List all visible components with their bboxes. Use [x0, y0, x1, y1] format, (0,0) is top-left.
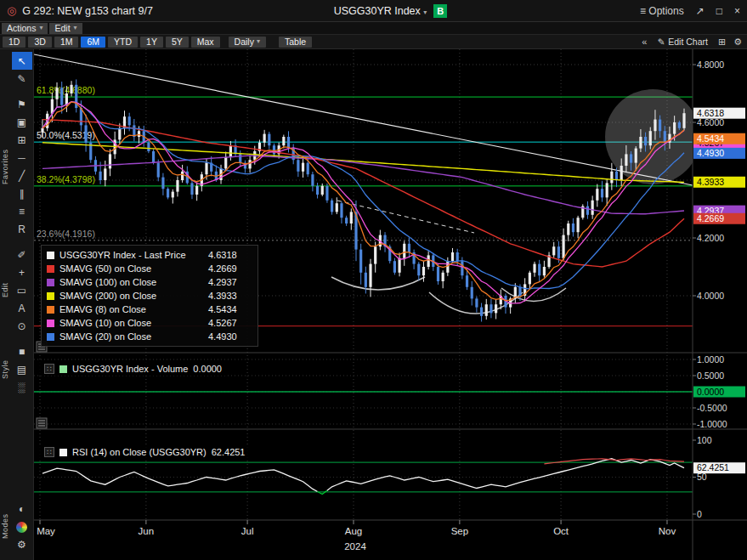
highlight-circle-annotation[interactable] — [605, 89, 700, 184]
panel-resize-handle[interactable] — [37, 418, 47, 428]
period-1y-button[interactable]: 1Y — [140, 37, 163, 48]
trend-line-annotation — [34, 54, 693, 185]
axis-label: -0.5000 — [697, 403, 727, 413]
text-tool-icon[interactable]: A — [12, 299, 32, 317]
tool-section-label: Style — [0, 342, 10, 396]
legend-row[interactable]: SMAVG (20) on Close4.4930 — [47, 330, 252, 343]
maximize-icon[interactable]: □ — [716, 5, 722, 17]
flag-tool-icon[interactable]: ⚑ — [12, 95, 32, 113]
fib-retracement-tool-icon[interactable]: ≡ — [12, 202, 32, 220]
legend-row[interactable]: EMAVG (8) on Close4.5434 — [47, 303, 252, 316]
legend-label: SMAVG (50) on Close — [59, 263, 203, 274]
hamburger-icon: ≡ — [640, 5, 646, 17]
toolbar-gear-icon[interactable]: ⚙ — [731, 37, 744, 48]
legend-value: 4.6318 — [208, 250, 252, 260]
legend-swatch — [47, 292, 54, 300]
emavg8-badge-label: 4.5434 — [697, 133, 724, 144]
app-icon[interactable]: ◎ — [7, 4, 16, 17]
panel-handle-icon[interactable]: ∷ — [44, 447, 54, 457]
period-max-button[interactable]: Max — [191, 37, 220, 48]
month-label: Aug — [345, 526, 362, 536]
period-3d-button[interactable]: 3D — [28, 37, 51, 48]
table-button[interactable]: Table — [279, 37, 312, 48]
candle-style-icon[interactable]: ■ — [12, 342, 32, 360]
chart-grid-icon[interactable]: ⊞ — [716, 37, 728, 48]
panel-badge: B — [433, 4, 447, 18]
popout-icon[interactable]: ↗ — [696, 5, 705, 17]
rsi-line — [42, 468, 318, 491]
collapse-chevrons-icon[interactable]: « — [639, 37, 649, 47]
edit-chart-button[interactable]: ✎Edit Chart — [652, 36, 713, 48]
menu-bar: Actions▾ Edit▾ — [0, 22, 747, 35]
legend-value: 4.4930 — [208, 331, 252, 342]
pencil-tool-icon[interactable]: ✎ — [12, 70, 32, 88]
trend-line-tool-icon[interactable]: ╱ — [12, 167, 32, 184]
tool-section-label: Modes — [0, 500, 10, 553]
edit-menu-button[interactable]: Edit▾ — [49, 23, 82, 34]
axis-label: 4.8000 — [697, 59, 724, 70]
period-5y-button[interactable]: 5Y — [166, 37, 189, 48]
rsi-study — [34, 459, 693, 495]
axis-label: 100 — [697, 435, 712, 445]
legend-label: USGG30YR Index - Volume — [72, 364, 188, 374]
grid-tool-icon[interactable]: ⊞ — [12, 131, 32, 149]
settings-gear-icon[interactable]: ⚙ — [12, 535, 32, 553]
tool-section-label — [0, 52, 10, 88]
security-selector[interactable]: USGG30YR Index ▾ — [334, 5, 427, 17]
legend-swatch — [47, 265, 54, 273]
price-label-tool-icon[interactable]: ▣ — [12, 113, 32, 131]
horizontal-line-tool-icon[interactable]: ─ — [12, 149, 32, 167]
month-label: May — [37, 526, 55, 536]
axis-label: 0 — [697, 509, 702, 519]
cursor-tool-icon[interactable]: ↖ — [12, 52, 32, 70]
panel-handle-icon[interactable]: ∷ — [44, 364, 54, 374]
options-button[interactable]: ≡ Options — [640, 5, 684, 17]
volume-legend[interactable]: ∷ USGG30YR Index - Volume 0.0000 — [39, 362, 227, 376]
move-tool-icon[interactable]: + — [12, 263, 32, 281]
price-axis: 4.80004.60004.20004.00004.52674.63184.54… — [693, 49, 747, 560]
fib-label: 23.6%(4.1916) — [37, 229, 95, 239]
pattern-style-icon[interactable]: ░ — [12, 378, 32, 396]
tool-section-label: Edit — [0, 246, 10, 335]
legend-row[interactable]: SMAVG (100) on Close4.2937 — [47, 275, 252, 289]
pin-tool-icon[interactable]: ⊙ — [12, 317, 32, 335]
period-6m-button[interactable]: 6M — [81, 37, 105, 48]
close-icon[interactable]: × — [734, 5, 740, 17]
regression-tool-icon[interactable]: R — [12, 220, 32, 238]
time-axis: MayJunJulAugSepOctNov2024 — [37, 520, 676, 552]
period-ytd-button[interactable]: YTD — [108, 37, 138, 48]
legend-value: 4.5267 — [208, 318, 252, 328]
annotate-tool-icon[interactable]: ✐ — [12, 246, 32, 263]
legend-swatch — [47, 333, 54, 341]
edit-label: Edit — [54, 23, 70, 33]
bar-style-icon[interactable]: ▤ — [12, 360, 32, 378]
smavg200-line — [42, 143, 684, 183]
legend-swatch — [47, 306, 54, 314]
tool-section: ↖✎ — [0, 52, 33, 88]
legend-row[interactable]: USGG30YR Index - Last Price4.6318 — [47, 248, 252, 262]
period-1m-button[interactable]: 1M — [54, 37, 79, 48]
tool-section: Modes◐⚙ — [0, 500, 33, 553]
legend-row[interactable]: SMAVG (50) on Close4.2669 — [47, 262, 252, 275]
color-wheel-icon[interactable] — [12, 518, 32, 535]
rsi-legend[interactable]: ∷ RSI (14) on Close (USGG30YR) 62.4251 — [39, 445, 250, 459]
fibonacci-levels[interactable]: 61.8%(4.6880)50.0%(4.5319)38.2%(4.3798)2… — [34, 85, 693, 240]
legend-label: SMAVG (20) on Close — [59, 331, 203, 342]
month-label: Jun — [139, 526, 155, 536]
frequency-select[interactable]: Daily▾ — [229, 37, 266, 48]
legend-row[interactable]: SMAVG (200) on Close4.3933 — [47, 289, 252, 303]
month-label: Oct — [553, 526, 569, 536]
month-label: Jul — [241, 526, 254, 536]
rsi-badge-label: 62.4251 — [697, 462, 729, 472]
edit-chart-label: Edit Chart — [668, 37, 708, 47]
axis-label: 4.0000 — [697, 291, 724, 301]
axis-label: 1.0000 — [697, 354, 724, 365]
eraser-tool-icon[interactable]: ▭ — [12, 281, 32, 299]
volume-badge-label: 0.0000 — [697, 387, 724, 397]
actions-menu-button[interactable]: Actions▾ — [2, 23, 48, 34]
legend-swatch — [59, 449, 67, 456]
legend-row[interactable]: SMAVG (10) on Close4.5267 — [47, 316, 252, 330]
period-1d-button[interactable]: 1D — [3, 37, 25, 48]
channel-tool-icon[interactable]: ∥ — [12, 184, 32, 202]
contrast-mode-icon[interactable]: ◐ — [12, 500, 32, 518]
